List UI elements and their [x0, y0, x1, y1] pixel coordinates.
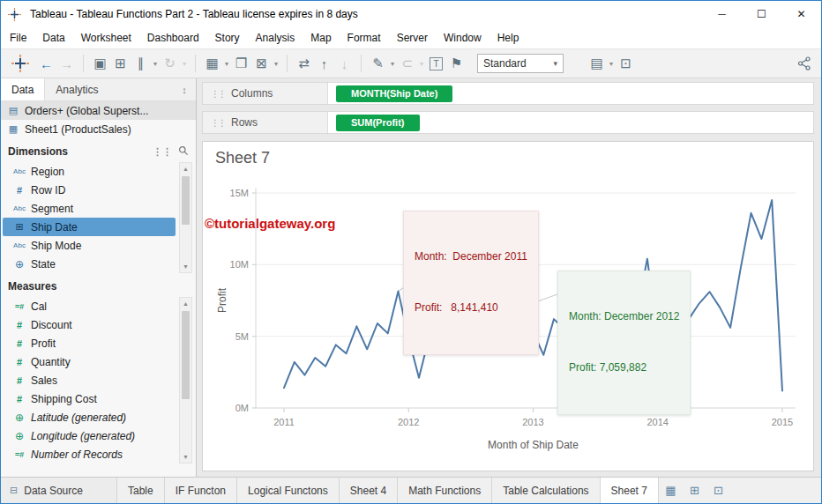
- menu-item[interactable]: Dashboard: [147, 32, 199, 44]
- view-as-grid-icon[interactable]: ⋮⋮: [153, 146, 172, 158]
- main-area: Data Analytics ↕ ▤ Orders+ (Global Super…: [1, 78, 821, 477]
- scroll-up-icon[interactable]: ▲: [180, 163, 191, 174]
- scrollbar-thumb[interactable]: [182, 311, 190, 399]
- columns-shelf[interactable]: ⋮⋮ Columns MONTH(Ship Date): [202, 82, 814, 105]
- pane-toggle-icon[interactable]: ↕: [173, 78, 196, 100]
- menu-item[interactable]: Story: [215, 32, 240, 44]
- measures-scrollbar[interactable]: ▲ ▼: [179, 297, 192, 463]
- dimensions-list: Abc Region # Row ID Abc Segment ⊞: [1, 162, 196, 273]
- dimension-item[interactable]: Abc Region: [3, 162, 176, 181]
- data-source-item[interactable]: ▦ Sheet1 (ProductSales): [1, 120, 196, 138]
- add-data-source-button[interactable]: ⊞: [110, 52, 131, 75]
- tab-analytics[interactable]: Analytics: [45, 78, 108, 100]
- measure-item[interactable]: ⊕ Longitude (generated): [3, 426, 176, 445]
- swap-rows-columns-button[interactable]: ⇄: [294, 52, 314, 75]
- dimension-item[interactable]: Abc Ship Mode: [3, 236, 176, 255]
- undo-button[interactable]: ←: [36, 52, 56, 75]
- sheet-tab[interactable]: Sheet 7: [601, 478, 659, 503]
- save-button[interactable]: ▣: [90, 52, 110, 75]
- field-label: Quantity: [31, 356, 71, 368]
- scrollbar-thumb[interactable]: [182, 176, 190, 225]
- clear-sheet-caret-icon[interactable]: ▾: [272, 60, 280, 68]
- fit-mode-select[interactable]: Standard ▾: [477, 54, 564, 73]
- measure-item[interactable]: =# Number of Records: [3, 445, 176, 463]
- field-label: State: [31, 258, 56, 271]
- pause-updates-button[interactable]: ∥: [131, 52, 151, 75]
- measure-item[interactable]: # Sales: [3, 371, 176, 389]
- menu-item[interactable]: Map: [310, 32, 331, 44]
- redo-button[interactable]: →: [56, 52, 77, 75]
- dimension-item[interactable]: ⊞ Ship Date: [3, 218, 176, 236]
- dimension-item[interactable]: # Row ID: [3, 181, 176, 199]
- run-update-caret-icon[interactable]: ▾: [180, 60, 189, 68]
- measure-item[interactable]: # Discount: [3, 315, 176, 334]
- sheet-tab[interactable]: Sheet 4: [340, 478, 398, 503]
- tab-data[interactable]: Data: [1, 78, 45, 100]
- menu-item[interactable]: Analysis: [256, 32, 295, 44]
- fix-axes-button[interactable]: ⚑: [446, 52, 467, 75]
- data-source-item[interactable]: ▤ Orders+ (Global Superst...: [1, 101, 196, 120]
- sheet-tab[interactable]: Table Calculations: [492, 478, 600, 503]
- menu-item[interactable]: Format: [347, 32, 381, 44]
- menu-item[interactable]: File: [10, 32, 26, 44]
- sheet-tab[interactable]: Math Functions: [398, 478, 492, 503]
- rows-pill-sum-profit[interactable]: SUM(Profit): [336, 115, 420, 131]
- attach-caret-icon[interactable]: ▾: [417, 60, 426, 68]
- show-mark-labels-button[interactable]: T: [426, 52, 446, 75]
- pause-updates-caret-icon[interactable]: ▾: [151, 60, 160, 68]
- field-label: Ship Mode: [31, 240, 81, 252]
- duplicate-button[interactable]: ❐: [231, 52, 251, 75]
- highlight-button[interactable]: ✎: [368, 52, 388, 75]
- search-icon[interactable]: [178, 145, 189, 158]
- new-worksheet-tab-button[interactable]: ▦: [659, 478, 683, 503]
- scroll-down-icon[interactable]: ▼: [180, 261, 191, 272]
- title-bar: Tableau - Tableau Functions Part 2 - Tab…: [1, 1, 821, 27]
- measures-title: Measures: [8, 280, 56, 293]
- dimension-item[interactable]: Abc Segment: [3, 199, 176, 218]
- measure-item[interactable]: ⊕ Latitude (generated): [3, 408, 176, 426]
- clear-sheet-button[interactable]: ⊠: [251, 52, 272, 75]
- measure-item[interactable]: =# Cal: [3, 297, 176, 315]
- scroll-down-icon[interactable]: ▼: [180, 451, 191, 463]
- window-title: Tableau - Tableau Functions Part 2 - Tab…: [30, 8, 358, 20]
- new-dashboard-tab-button[interactable]: ⊞: [683, 478, 706, 503]
- dimension-item[interactable]: ⊕ State: [3, 255, 176, 273]
- minimize-button[interactable]: ─: [702, 1, 742, 27]
- field-label: Profit: [31, 337, 56, 350]
- show-hide-cards-button[interactable]: ▤: [587, 52, 607, 75]
- share-icon[interactable]: [794, 52, 814, 75]
- menu-item[interactable]: Data: [42, 32, 64, 44]
- sheet-title: Sheet 7: [215, 149, 270, 167]
- menu-item[interactable]: Server: [397, 32, 428, 44]
- maximize-button[interactable]: ☐: [742, 1, 781, 27]
- close-button[interactable]: ✕: [781, 1, 821, 27]
- new-story-tab-button[interactable]: ⊡: [706, 478, 730, 503]
- presentation-mode-button[interactable]: ⊡: [616, 52, 636, 75]
- measure-item[interactable]: # Shipping Cost: [3, 389, 176, 408]
- sheet-tab[interactable]: Logical Functons: [237, 478, 340, 503]
- run-update-button[interactable]: ↻: [160, 52, 180, 75]
- measure-item[interactable]: # Profit: [3, 334, 176, 352]
- dimensions-scrollbar[interactable]: ▲ ▼: [179, 162, 192, 273]
- dimensions-title: Dimensions: [8, 145, 68, 158]
- field-type-icon: Abc: [8, 204, 31, 212]
- show-hide-cards-caret-icon[interactable]: ▾: [607, 60, 616, 68]
- measure-item[interactable]: # Quantity: [3, 352, 176, 371]
- sort-descending-button[interactable]: ↓: [334, 52, 355, 75]
- menu-item[interactable]: Help: [497, 32, 519, 44]
- new-worksheet-button[interactable]: ▦: [202, 52, 222, 75]
- data-source-tab[interactable]: ⊟ Data Source: [1, 478, 117, 503]
- menu-item[interactable]: Worksheet: [81, 32, 131, 44]
- sheet-tab[interactable]: IF Functon: [165, 478, 237, 503]
- columns-pill-month-ship-date[interactable]: MONTH(Ship Date): [336, 85, 452, 102]
- attach-button[interactable]: ⊂: [397, 52, 417, 75]
- scroll-up-icon[interactable]: ▲: [180, 298, 191, 309]
- field-type-icon: #: [8, 185, 31, 196]
- new-worksheet-caret-icon[interactable]: ▾: [222, 60, 231, 68]
- rows-shelf[interactable]: ⋮⋮ Rows SUM(Profit): [202, 111, 814, 134]
- highlight-caret-icon[interactable]: ▾: [388, 60, 397, 68]
- sheet-tab[interactable]: Table: [117, 478, 165, 503]
- menu-item[interactable]: Window: [444, 32, 482, 44]
- sort-ascending-button[interactable]: ↑: [314, 52, 334, 75]
- tableau-logo-icon[interactable]: [8, 55, 33, 72]
